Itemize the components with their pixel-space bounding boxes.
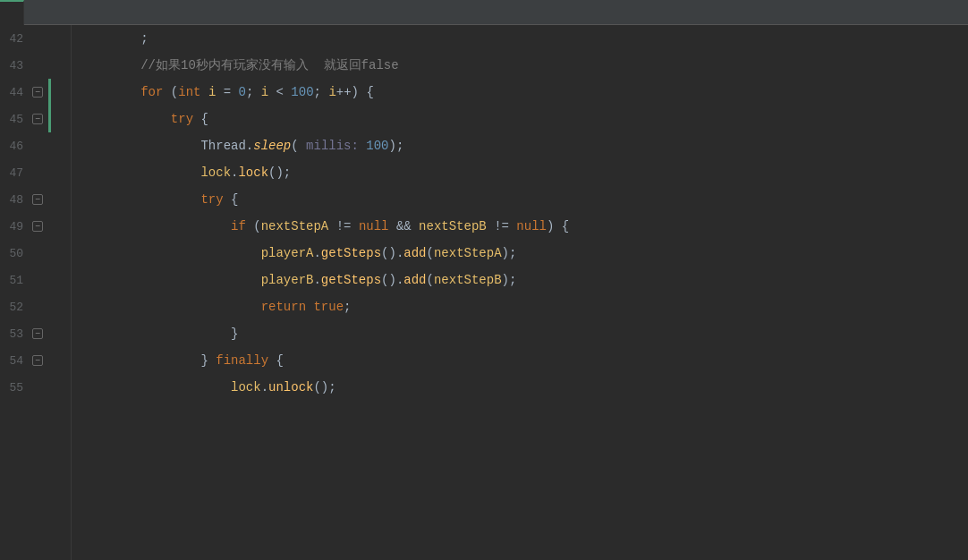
code-area: ; //如果10秒内有玩家没有输入 就返回false for (int i = …	[72, 25, 968, 560]
token-plain: ;	[81, 31, 149, 46]
gutter-row: 48−	[0, 186, 71, 213]
code-line: playerA.getSteps().add(nextStepA);	[81, 240, 968, 267]
token-num: 100	[366, 139, 388, 153]
token-plain: .	[246, 139, 253, 153]
token-kw: try	[200, 192, 223, 207]
code-line: for (int i = 0; i < 100; i++) {	[81, 79, 968, 106]
token-plain: (	[291, 139, 306, 153]
token-method: getSteps	[321, 273, 381, 287]
gutter-row: 50	[0, 240, 71, 267]
fold-button[interactable]: −	[32, 194, 43, 205]
fold-icon	[30, 246, 45, 260]
token-plain: );	[389, 139, 404, 153]
line-number: 48	[0, 193, 30, 207]
code-line: try {	[81, 106, 968, 132]
editor-container: 424344−45−464748−49−50515253−54−55 ; //如…	[0, 25, 968, 560]
breakpoint-indicator	[48, 106, 51, 132]
token-null-kw: null	[516, 219, 547, 233]
tab-game-java[interactable]	[0, 0, 24, 25]
token-plain: ();	[313, 380, 335, 395]
line-number: 52	[0, 301, 30, 314]
fold-button[interactable]: −	[32, 355, 43, 366]
token-kw: if	[231, 219, 246, 233]
token-bool-kw: true	[313, 300, 344, 314]
token-kw: int	[178, 85, 200, 99]
fold-icon[interactable]: −	[30, 353, 45, 368]
code-line: try {	[81, 186, 968, 213]
token-plain: {	[268, 353, 284, 368]
line-number: 54	[0, 354, 30, 368]
token-plain: =	[216, 85, 238, 99]
token-plain: );	[502, 246, 517, 260]
token-plain: ) {	[547, 219, 569, 233]
token-param-label: millis:	[306, 139, 359, 153]
token-plain: .	[313, 273, 320, 287]
token-plain: );	[502, 273, 517, 287]
fold-icon	[30, 165, 45, 180]
token-var: playerB	[261, 273, 314, 287]
fold-button[interactable]: −	[32, 87, 43, 98]
token-plain	[81, 273, 261, 287]
line-number: 43	[0, 59, 30, 72]
token-cn: Thread	[200, 139, 245, 153]
fold-icon	[30, 139, 45, 153]
token-plain: ;	[246, 85, 261, 99]
gutter-row: 47	[0, 159, 71, 186]
gutter-row: 44−	[0, 79, 71, 106]
fold-icon[interactable]: −	[30, 192, 45, 207]
token-var: nextStepA	[261, 219, 329, 233]
token-plain: }	[81, 327, 238, 341]
gutter-row: 43	[0, 52, 71, 79]
gutter-row: 55	[0, 374, 71, 401]
fold-icon	[30, 58, 45, 72]
token-plain: (	[246, 219, 261, 233]
token-plain: &&	[389, 219, 420, 233]
code-line: playerB.getSteps().add(nextStepB);	[81, 267, 968, 293]
code-line: lock.lock();	[81, 159, 968, 186]
fold-button[interactable]: −	[32, 114, 43, 124]
token-method: lock	[238, 165, 268, 180]
token-plain: ().	[381, 246, 403, 260]
token-kw: finally	[216, 353, 268, 368]
token-var: lock	[231, 380, 261, 395]
token-method: unlock	[268, 380, 313, 395]
line-number: 47	[0, 166, 30, 180]
fold-icon[interactable]: −	[30, 112, 45, 126]
token-plain: !=	[487, 219, 517, 233]
token-method: getSteps	[321, 246, 381, 260]
token-plain: (	[427, 246, 434, 260]
code-line: lock.unlock();	[81, 374, 968, 401]
token-plain: }	[200, 353, 216, 368]
fold-button[interactable]: −	[32, 221, 43, 232]
fold-icon[interactable]: −	[30, 85, 45, 99]
token-comment: //如果10秒内有玩家没有输入 就返回false	[81, 57, 399, 73]
code-line: } finally {	[81, 347, 968, 374]
fold-button[interactable]: −	[32, 328, 43, 339]
token-kw: try	[171, 112, 193, 126]
token-plain: {	[193, 112, 208, 126]
token-var: i	[208, 85, 216, 99]
token-var: i	[261, 85, 268, 99]
fold-icon	[30, 380, 45, 395]
token-plain	[81, 165, 200, 180]
code-line: ;	[81, 25, 968, 52]
gutter-row: 54−	[0, 347, 71, 374]
token-plain: (	[163, 85, 178, 99]
token-var: nextStepB	[419, 219, 487, 233]
line-number: 50	[0, 247, 30, 260]
fold-icon[interactable]: −	[30, 327, 45, 341]
token-plain	[81, 300, 261, 314]
line-number: 45	[0, 113, 30, 126]
line-number: 55	[0, 381, 30, 395]
token-num: 100	[291, 85, 313, 99]
fold-icon	[30, 273, 45, 287]
token-plain: ;	[344, 300, 351, 314]
code-line: }	[81, 320, 968, 347]
fold-icon	[30, 300, 45, 314]
fold-icon[interactable]: −	[30, 219, 45, 233]
code-line: return true;	[81, 293, 968, 320]
token-plain	[81, 219, 231, 233]
code-line: Thread.sleep( millis: 100);	[81, 132, 968, 159]
code-line: //如果10秒内有玩家没有输入 就返回false	[81, 52, 968, 79]
gutter-row: 51	[0, 267, 71, 293]
